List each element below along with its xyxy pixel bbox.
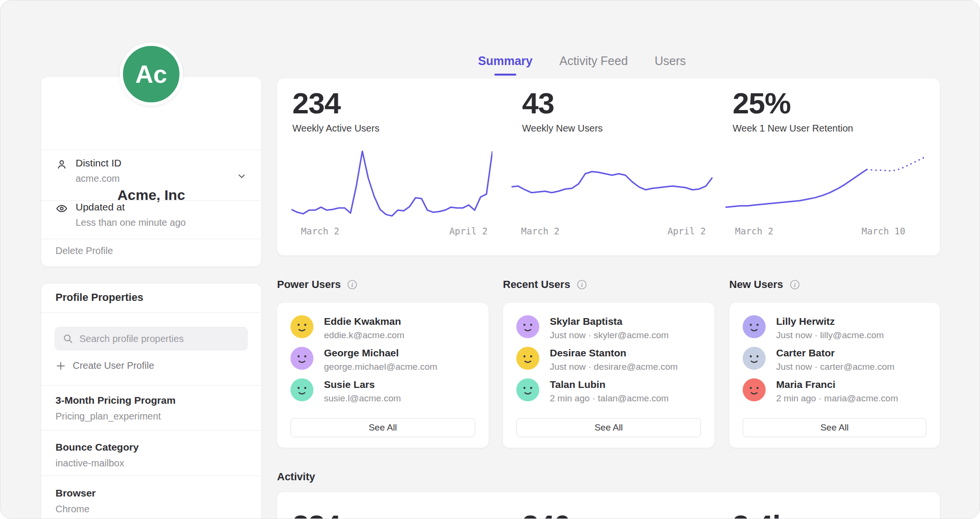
tab-bar: Summary Activity Feed Users <box>478 54 686 76</box>
updated-at-row: Updated at Less than one minute ago <box>41 201 261 242</box>
search-input[interactable] <box>55 327 248 351</box>
divider <box>41 475 261 476</box>
activity-stat-value: 234 <box>292 508 340 519</box>
company-initials: Ac <box>135 60 167 88</box>
avatar-face-icon <box>743 347 766 370</box>
avatar-face-icon <box>290 347 313 370</box>
x-axis-labels: March 2 April 2 <box>291 226 492 236</box>
user-row[interactable]: Skylar Baptista Just now · skyler@acme.c… <box>516 315 701 341</box>
avatar-face-icon <box>290 315 313 338</box>
app-window: Ac Acme, Inc Distinct ID acme.com <box>0 0 980 519</box>
user-row[interactable]: George Michael george.michael@acme.com <box>290 347 475 373</box>
user-row[interactable]: Eddie Kwakman eddie.k@acme.com <box>290 315 475 341</box>
user-email: susie.l@acme.com <box>324 393 401 404</box>
updated-at-value: Less than one minute ago <box>76 217 186 228</box>
stat-value: 234 <box>292 86 379 120</box>
stat-label: Weekly Active Users <box>292 123 379 134</box>
see-all-button[interactable]: See All <box>290 418 475 437</box>
axis-start-label: March 2 <box>301 226 339 236</box>
property-label: Bounce Category <box>56 442 139 453</box>
axis-end-label: March 10 <box>861 226 905 236</box>
user-row[interactable]: Maria Franci 2 min ago · maria@acme.com <box>743 378 926 404</box>
stat-value: 25% <box>733 86 853 120</box>
property-value: Pricing_plan_experiment <box>56 411 161 422</box>
updated-at-label: Updated at <box>76 201 125 213</box>
sparkline-weekly-new-users <box>512 143 713 220</box>
user-row[interactable]: Susie Lars susie.l@acme.com <box>290 378 475 404</box>
tab-summary[interactable]: Summary <box>478 54 533 76</box>
axis-end-label: April 2 <box>449 226 488 236</box>
info-icon[interactable]: i <box>346 279 358 290</box>
user-name: Susie Lars <box>324 379 375 390</box>
summary-card: 234 Weekly Active Users 43 Weekly New Us… <box>277 78 940 255</box>
avatar-face-icon <box>743 315 766 338</box>
divider <box>41 430 261 431</box>
avatar-face-icon <box>743 378 766 401</box>
user-name: George Michael <box>324 347 399 359</box>
see-all-button[interactable]: See All <box>516 418 701 437</box>
tab-users[interactable]: Users <box>655 54 686 76</box>
distinct-id-row[interactable]: Distinct ID acme.com <box>41 157 261 200</box>
user-last-seen-email: Just now · desirare@acme.com <box>550 362 678 372</box>
activity-stat-value: 240 <box>522 508 570 519</box>
user-email: eddie.k@acme.com <box>324 330 404 341</box>
user-name: Skylar Baptista <box>550 316 623 327</box>
user-last-seen-email: Just now · lilly@acme.com <box>776 330 884 341</box>
svg-text:i: i <box>351 281 353 288</box>
avatar-face-icon <box>516 347 539 370</box>
tab-label: Summary <box>478 54 533 67</box>
new-users-header: New Users i <box>729 278 801 291</box>
sparkline-weekly-active-users <box>291 143 492 220</box>
axis-end-label: April 2 <box>668 226 706 236</box>
user-last-seen-email: Just now · skyler@acme.com <box>550 330 668 341</box>
divider <box>41 150 261 150</box>
eye-icon <box>56 202 68 215</box>
active-tab-underline <box>494 74 516 76</box>
section-title: Power Users <box>277 278 341 291</box>
avatar-face-icon <box>516 315 539 338</box>
user-email: george.michael@acme.com <box>324 362 437 372</box>
stat-weekly-new-users: 43 Weekly New Users <box>522 86 603 134</box>
create-user-profile-button[interactable]: Create User Profile <box>56 360 154 371</box>
avatar-face-icon <box>516 378 539 401</box>
recent-users-card: Skylar Baptista Just now · skyler@acme.c… <box>503 303 714 448</box>
power-users-header: Power Users i <box>277 278 358 291</box>
divider <box>41 239 261 239</box>
section-title: Recent Users <box>503 278 570 291</box>
user-last-seen-email: 2 min ago · talan@acme.com <box>550 393 668 404</box>
info-icon[interactable]: i <box>576 279 588 290</box>
tab-activity-feed[interactable]: Activity Feed <box>559 54 628 76</box>
stat-label: Weekly New Users <box>522 123 603 134</box>
distinct-id-value: acme.com <box>76 173 120 184</box>
delete-profile-button[interactable]: Delete Profile <box>56 245 113 256</box>
property-value: Chrome <box>56 504 89 515</box>
info-icon[interactable]: i <box>789 279 801 290</box>
stat-weekly-active-users: 234 Weekly Active Users <box>292 86 379 134</box>
user-name: Maria Franci <box>776 379 835 390</box>
power-users-card: Eddie Kwakman eddie.k@acme.com George Mi… <box>277 303 489 448</box>
stat-week1-retention: 25% Week 1 New User Retention <box>733 86 853 134</box>
company-avatar: Ac <box>120 43 183 106</box>
user-row[interactable]: Carter Bator Just now · carter@acme.com <box>743 347 926 373</box>
user-last-seen-email: Just now · carter@acme.com <box>776 362 894 372</box>
tab-label: Users <box>655 54 686 67</box>
user-name: Talan Lubin <box>550 379 605 390</box>
user-row[interactable]: Desirae Stanton Just now · desirare@acme… <box>516 347 701 373</box>
chevron-down-icon[interactable] <box>236 171 247 181</box>
person-icon <box>56 158 68 171</box>
user-name: Lilly Herwitz <box>776 316 835 327</box>
stat-value: 43 <box>522 86 603 120</box>
distinct-id-label: Distinct ID <box>76 157 122 169</box>
user-last-seen-email: 2 min ago · maria@acme.com <box>776 393 898 404</box>
profile-properties-title: Profile Properties <box>56 291 143 304</box>
avatar-face-icon <box>290 378 313 401</box>
axis-start-label: March 2 <box>735 226 773 236</box>
svg-text:i: i <box>581 281 583 288</box>
see-all-button[interactable]: See All <box>743 418 926 437</box>
divider <box>41 200 261 201</box>
plus-icon <box>56 361 66 371</box>
user-row[interactable]: Lilly Herwitz Just now · lilly@acme.com <box>743 315 926 341</box>
user-row[interactable]: Talan Lubin 2 min ago · talan@acme.com <box>516 378 701 404</box>
section-title: New Users <box>729 278 783 291</box>
axis-start-label: March 2 <box>521 226 559 236</box>
